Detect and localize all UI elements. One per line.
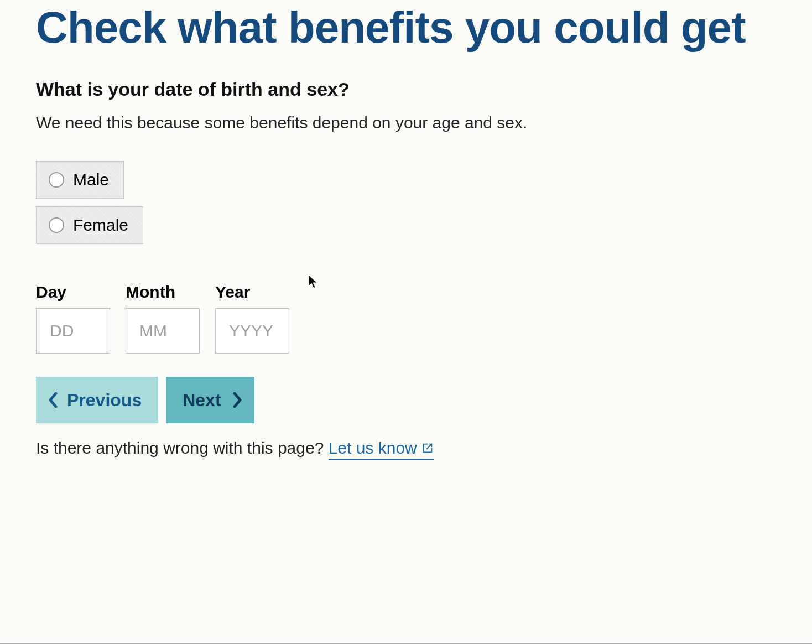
dob-day-field: Day: [36, 283, 110, 354]
previous-button[interactable]: Previous: [36, 377, 158, 423]
dob-year-input[interactable]: [215, 308, 289, 354]
dob-month-label: Month: [126, 283, 200, 302]
next-button-label: Next: [183, 390, 221, 411]
dob-year-label: Year: [215, 283, 289, 302]
question-heading: What is your date of birth and sex?: [36, 79, 776, 100]
radio-male-label: Male: [73, 170, 109, 189]
nav-buttons: Previous Next: [36, 377, 776, 423]
dob-day-input[interactable]: [36, 308, 110, 354]
radio-circle-icon: [49, 217, 64, 233]
radio-circle-icon: [49, 172, 64, 188]
chevron-right-icon: [231, 392, 242, 408]
dob-day-label: Day: [36, 283, 110, 302]
dob-month-input[interactable]: [126, 308, 200, 354]
feedback-link[interactable]: Let us know: [329, 439, 434, 460]
sex-radio-group: Male Female: [36, 161, 776, 252]
previous-button-label: Previous: [67, 390, 142, 411]
chevron-left-icon: [48, 392, 59, 408]
dob-year-field: Year: [215, 283, 289, 354]
radio-male[interactable]: Male: [36, 161, 124, 199]
next-button[interactable]: Next: [166, 377, 254, 423]
radio-female[interactable]: Female: [36, 206, 143, 244]
feedback-line: Is there anything wrong with this page? …: [36, 439, 776, 460]
feedback-prompt: Is there anything wrong with this page?: [36, 439, 329, 457]
dob-month-field: Month: [126, 283, 200, 354]
external-link-icon: [421, 442, 434, 454]
radio-female-label: Female: [73, 216, 128, 235]
page-title: Check what benefits you could get: [36, 0, 776, 51]
feedback-link-text: Let us know: [329, 439, 417, 458]
dob-fields: Day Month Year: [36, 283, 776, 354]
question-hint: We need this because some benefits depen…: [36, 113, 776, 132]
